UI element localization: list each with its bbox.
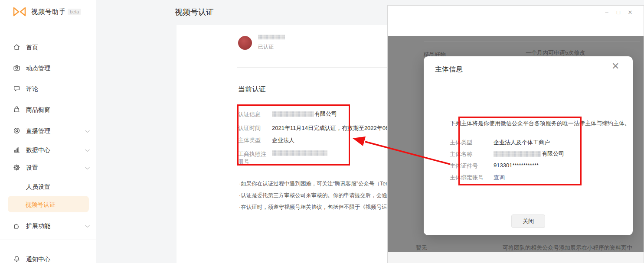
puzzle-icon xyxy=(13,222,20,229)
chevron-down-icon xyxy=(85,130,90,133)
cert-row-label: 认证信息 xyxy=(238,110,268,118)
cert-row-value: 有限公司 xyxy=(272,110,337,118)
window-bottom-strip xyxy=(388,252,644,263)
modal-value-suffix: 有限公司 xyxy=(542,150,564,158)
backdrop-label: 暂无 xyxy=(416,244,427,252)
sidebar-divider xyxy=(0,240,96,240)
chevron-down-icon xyxy=(85,225,90,228)
certified-status: 已认证 xyxy=(258,43,274,51)
cert-note: ·如果你在认证过程中遇到困难，可关注“腾讯客服”公众号（Tencent_ xyxy=(239,180,402,188)
shopping-bag-icon xyxy=(13,106,20,113)
window-titlebar: – □ ✕ xyxy=(388,6,644,36)
sidebar-item-label: 直播管理 xyxy=(26,127,50,135)
modal-intro-text: 下列主体将是你使用微信公众平台各项服务的唯一法律主体与缔约主体。 xyxy=(450,120,630,127)
modal-row-label: 主体绑定账号 xyxy=(450,174,484,182)
sidebar-item-moments[interactable]: 动态管理 xyxy=(0,64,96,75)
sidebar-item-label: 扩展功能 xyxy=(26,222,50,230)
gear-icon xyxy=(13,164,20,171)
modal-row-value: 913301************ xyxy=(494,162,539,169)
card-divider xyxy=(237,67,387,68)
sidebar-item-label: 通知中心 xyxy=(26,256,50,263)
cert-row-value: 企业法人 xyxy=(272,136,294,144)
query-link[interactable]: 查询 xyxy=(494,174,505,182)
home-icon xyxy=(13,43,20,51)
cert-row-value: 2021年11月14日完成认证，有效期至2022年06月11日 xyxy=(272,124,406,132)
profile-name-redacted xyxy=(258,35,285,39)
beta-badge: beta xyxy=(68,9,81,15)
modal-row-value: 有限公司 xyxy=(494,150,564,158)
cert-row-value xyxy=(272,150,327,156)
modal-row-label: 主体证件号 xyxy=(450,162,478,170)
cert-row-label: 工商执照注册号 xyxy=(238,150,268,165)
close-button[interactable]: 关闭 xyxy=(511,214,545,228)
sidebar-item-shop-window[interactable]: 商品橱窗 xyxy=(0,106,96,116)
camera-icon xyxy=(13,64,20,71)
avatar xyxy=(238,36,252,50)
redacted-block xyxy=(272,150,327,156)
comment-icon xyxy=(13,85,20,92)
bell-icon xyxy=(13,255,20,263)
cert-row-label: 认证时间 xyxy=(238,124,268,132)
app-title: 视频号助手 xyxy=(31,8,66,16)
backdrop-divider xyxy=(424,42,640,42)
chevron-down-icon xyxy=(85,149,90,152)
subject-info-modal: 主体信息 ✕ 下列主体将是你使用微信公众平台各项服务的唯一法律主体与缔约主体。 … xyxy=(424,56,633,235)
cert-note: ·认证是委托第三方审核公司来审核的。你的申请提交后，会通过视频号 xyxy=(239,192,409,199)
sidebar-item-channel-certification-label[interactable]: 视频号认证 xyxy=(25,201,56,209)
redacted-block xyxy=(272,111,314,117)
sidebar-item-notification-center[interactable]: 通知中心 xyxy=(0,255,96,263)
sidebar-item-live[interactable]: 直播管理 xyxy=(0,127,96,137)
cert-row-label: 主体类型 xyxy=(238,136,268,144)
live-record-icon xyxy=(13,127,20,134)
window-maximize-icon[interactable]: □ xyxy=(615,9,622,16)
sidebar-item-comments[interactable]: 评论 xyxy=(0,85,96,95)
cert-value-suffix: 有限公司 xyxy=(314,110,337,118)
modal-row-label: 主体类型 xyxy=(450,139,472,146)
sidebar-item-data-center[interactable]: 数据中心 xyxy=(0,146,96,156)
channels-logo-icon xyxy=(12,6,27,17)
redacted-block xyxy=(494,151,541,157)
sidebar-item-home[interactable]: 首页 xyxy=(0,43,96,54)
page-title: 视频号认证 xyxy=(175,7,214,17)
bar-chart-icon xyxy=(13,146,20,153)
chevron-down-icon xyxy=(85,167,90,170)
backdrop-hint: 一个月内可申请5次修改 xyxy=(526,49,585,57)
modal-row-value: 企业法人及个体工商户 xyxy=(494,139,550,146)
window-close-icon[interactable]: ✕ xyxy=(627,9,634,16)
modal-row-label: 主体名称 xyxy=(450,150,472,158)
backdrop-hint: 可将团队的相关公众号添加展示在小程序的资料页中 xyxy=(503,244,632,252)
section-title: 当前认证 xyxy=(238,85,266,94)
modal-close-icon[interactable]: ✕ xyxy=(611,61,619,72)
modal-title: 主体信息 xyxy=(435,65,463,74)
sidebar-item-settings[interactable]: 设置 xyxy=(0,164,96,174)
sidebar-item-label: 商品橱窗 xyxy=(26,106,50,114)
window-minimize-icon[interactable]: – xyxy=(603,9,610,16)
sidebar-item-label: 动态管理 xyxy=(26,65,50,72)
sidebar: 视频号助手 beta 首页 动态管理 评论 商品橱窗 直播管理 数据中心 设置 … xyxy=(0,0,96,263)
sidebar-item-label: 设置 xyxy=(26,164,38,172)
sidebar-item-staff-settings[interactable]: 人员设置 xyxy=(26,183,50,191)
sidebar-item-label: 评论 xyxy=(26,85,38,93)
sidebar-item-label: 首页 xyxy=(26,44,38,52)
sidebar-item-label: 数据中心 xyxy=(26,146,50,154)
sidebar-item-extensions[interactable]: 扩展功能 xyxy=(0,222,96,232)
